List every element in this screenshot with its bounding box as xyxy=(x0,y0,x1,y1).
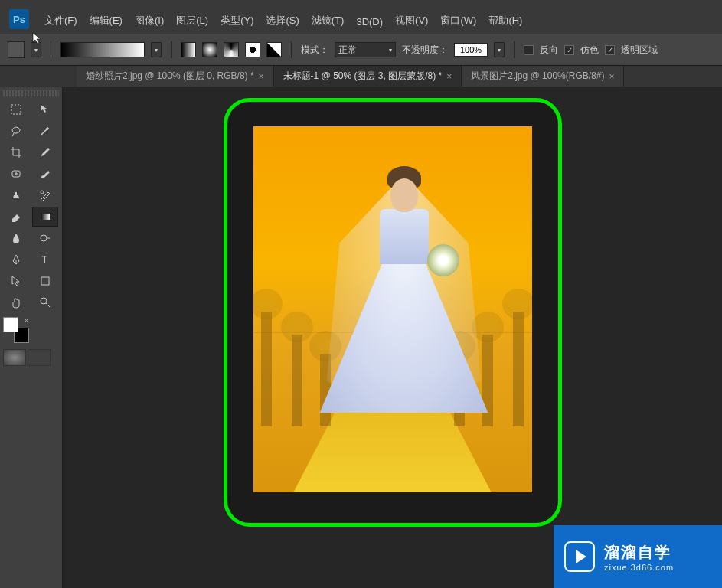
menu-filter[interactable]: 滤镜(T) xyxy=(307,11,349,31)
tab-document-2[interactable]: 未标题-1 @ 50% (图层 3, 图层蒙版/8) * × xyxy=(274,66,462,87)
svg-text:T: T xyxy=(41,253,48,266)
menu-window[interactable]: 窗口(W) xyxy=(436,11,481,31)
mode-select[interactable]: 正常▾ xyxy=(335,42,396,57)
bride-bodice xyxy=(380,209,429,264)
separator xyxy=(514,41,515,58)
toolbox: T ⤭ xyxy=(0,87,63,588)
menu-layer[interactable]: 图层(L) xyxy=(172,11,213,31)
menu-type[interactable]: 类型(Y) xyxy=(216,11,258,31)
transparency-checkbox[interactable]: ✓ xyxy=(605,45,615,55)
tab-label: 未标题-1 @ 50% (图层 3, 图层蒙版/8) * xyxy=(283,70,443,83)
gradient-preview[interactable] xyxy=(60,42,145,57)
svg-rect-0 xyxy=(11,105,21,114)
zoom-tool[interactable] xyxy=(32,292,58,312)
tab-label: 风景图片2.jpg @ 100%(RGB/8#) xyxy=(471,70,604,83)
separator xyxy=(171,41,172,58)
gradient-radial-button[interactable] xyxy=(202,42,217,57)
bride-bouquet xyxy=(427,244,459,276)
marquee-tool[interactable] xyxy=(3,100,29,119)
dither-checkbox[interactable]: ✓ xyxy=(564,45,574,55)
toolbox-grip[interactable] xyxy=(3,90,59,96)
magic-wand-tool[interactable] xyxy=(32,121,58,141)
screen-mode-button[interactable] xyxy=(28,349,51,366)
gradient-diamond-button[interactable] xyxy=(266,42,282,57)
menu-help[interactable]: 帮助(H) xyxy=(484,11,527,31)
dodge-tool[interactable] xyxy=(32,228,58,248)
eraser-tool[interactable] xyxy=(3,207,29,227)
pen-tool[interactable] xyxy=(3,250,29,270)
path-selection-tool[interactable] xyxy=(3,271,29,291)
mode-label: 模式： xyxy=(301,44,328,57)
move-tool[interactable] xyxy=(32,100,58,119)
close-icon[interactable]: × xyxy=(259,71,264,82)
reverse-checkbox[interactable] xyxy=(524,45,534,55)
play-icon xyxy=(564,541,595,572)
menu-file[interactable]: 文件(F) xyxy=(40,11,82,31)
scene-tree xyxy=(292,335,302,426)
options-bar: ▾ ▾ 模式： 正常▾ 不透明度： ▾ 反向 ✓ 仿色 ✓ 透明区域 xyxy=(0,34,722,66)
color-swatches[interactable]: ⤭ xyxy=(3,317,29,343)
separator xyxy=(291,41,292,58)
bride-figure xyxy=(309,155,500,408)
svg-point-4 xyxy=(41,235,47,241)
document-tabs: 婚纱照片2.jpg @ 100% (图层 0, RGB/8) * × 未标题-1… xyxy=(0,66,722,87)
brush-tool[interactable] xyxy=(32,164,58,184)
tab-label: 婚纱照片2.jpg @ 100% (图层 0, RGB/8) * xyxy=(86,70,254,83)
gradient-linear-button[interactable] xyxy=(181,42,196,57)
separator xyxy=(51,41,51,58)
close-icon[interactable]: × xyxy=(609,71,614,82)
scene-tree xyxy=(513,312,524,426)
opacity-label: 不透明度： xyxy=(402,44,448,57)
tool-preset-dropdown[interactable]: ▾ xyxy=(31,42,41,57)
opacity-dropdown[interactable]: ▾ xyxy=(494,42,505,57)
canvas-area[interactable] xyxy=(63,87,722,588)
menu-3d[interactable]: 3D(D) xyxy=(351,13,387,31)
mode-value: 正常 xyxy=(338,44,357,57)
quick-mask-button[interactable] xyxy=(3,349,26,366)
watermark-url: zixue.3d66.com xyxy=(604,563,674,572)
svg-rect-3 xyxy=(41,214,50,220)
foreground-color-swatch[interactable] xyxy=(3,317,18,332)
tool-preset-icon[interactable] xyxy=(8,41,25,58)
document-canvas[interactable] xyxy=(253,126,532,492)
crop-tool[interactable] xyxy=(3,142,29,162)
gradient-angle-button[interactable] xyxy=(224,42,239,57)
menu-select[interactable]: 选择(S) xyxy=(261,11,303,31)
shape-tool[interactable] xyxy=(32,271,58,291)
swap-colors-icon[interactable]: ⤭ xyxy=(24,317,29,324)
watermark-badge: 溜溜自学 zixue.3d66.com xyxy=(554,525,722,588)
menu-bar: Ps 文件(F) 编辑(E) 图像(I) 图层(L) 类型(Y) 选择(S) 滤… xyxy=(0,0,722,34)
tab-document-3[interactable]: 风景图片2.jpg @ 100%(RGB/8#) × xyxy=(462,66,624,87)
menu-edit[interactable]: 编辑(E) xyxy=(85,11,127,31)
opacity-input[interactable] xyxy=(454,43,488,57)
menu-view[interactable]: 视图(V) xyxy=(390,11,433,31)
main-area: T ⤭ xyxy=(0,87,722,588)
scene-tree xyxy=(261,312,272,426)
type-tool[interactable]: T xyxy=(32,250,58,270)
eyedropper-tool[interactable] xyxy=(32,142,58,162)
gradient-tool[interactable] xyxy=(32,207,58,227)
gradient-picker-dropdown[interactable]: ▾ xyxy=(151,42,162,57)
hand-tool[interactable] xyxy=(3,292,29,312)
clone-stamp-tool[interactable] xyxy=(3,185,29,205)
annotation-highlight-frame xyxy=(224,98,562,527)
history-brush-tool[interactable] xyxy=(32,185,58,205)
transparency-label: 透明区域 xyxy=(621,44,658,57)
reverse-label: 反向 xyxy=(540,44,558,57)
svg-point-2 xyxy=(41,191,44,194)
svg-point-7 xyxy=(41,298,47,304)
menu-image[interactable]: 图像(I) xyxy=(130,11,168,31)
tab-document-1[interactable]: 婚纱照片2.jpg @ 100% (图层 0, RGB/8) * × xyxy=(77,66,274,87)
bride-head xyxy=(390,178,418,212)
gradient-reflected-button[interactable] xyxy=(245,42,260,57)
dither-label: 仿色 xyxy=(580,44,599,57)
watermark-title: 溜溜自学 xyxy=(604,542,674,563)
svg-rect-6 xyxy=(41,277,49,285)
blur-tool[interactable] xyxy=(3,228,29,248)
close-icon[interactable]: × xyxy=(446,71,452,82)
app-logo: Ps xyxy=(9,9,29,29)
mouse-cursor-icon xyxy=(32,32,44,44)
lasso-tool[interactable] xyxy=(3,121,29,141)
healing-brush-tool[interactable] xyxy=(3,164,29,184)
